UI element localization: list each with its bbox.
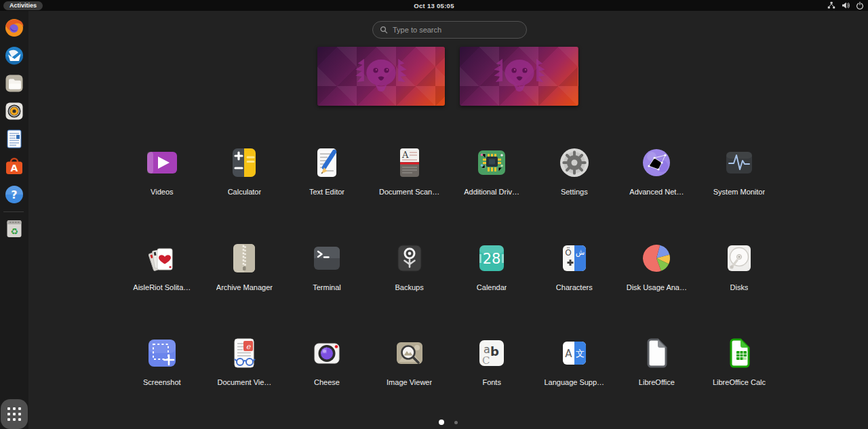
image-viewer-icon	[393, 336, 427, 370]
dock-item-firefox[interactable]	[3, 17, 25, 39]
app-system-monitor[interactable]: System Monitor	[698, 141, 781, 237]
app-screenshot[interactable]: Screenshot	[121, 331, 203, 427]
app-calendar[interactable]: 28Calendar	[450, 237, 533, 332]
calendar-icon: 28	[475, 241, 509, 275]
language-support-icon: A文	[557, 336, 591, 370]
app-fonts[interactable]: abCFonts	[450, 331, 533, 427]
app-terminal[interactable]: Terminal	[285, 237, 368, 332]
activities-button[interactable]: Activities	[3, 1, 43, 10]
app-label: System Monitor	[713, 188, 765, 196]
app-label: LibreOffice Calc	[713, 378, 766, 386]
page-dot-2[interactable]	[454, 421, 458, 424]
svg-text:C: C	[482, 354, 490, 367]
dock-item-files[interactable]	[3, 73, 25, 94]
app-libreoffice-calc[interactable]: LibreOffice Calc	[698, 331, 781, 427]
workspace-thumbnail-1[interactable]	[317, 47, 445, 106]
app-label: Text Editor	[309, 188, 344, 196]
app-label: Document Scan…	[379, 188, 439, 196]
app-label: Settings	[561, 188, 588, 196]
app-document-scan[interactable]: ADocument Scan…	[368, 141, 451, 237]
app-label: AisleRiot Solita…	[133, 283, 191, 291]
power-icon	[856, 1, 864, 9]
svg-text:28: 28	[483, 251, 501, 267]
svg-text:ش: ش	[576, 248, 585, 257]
backups-icon	[393, 241, 427, 275]
app-characters[interactable]: ÖشCharacters	[533, 237, 616, 332]
app-label: Calculator	[228, 188, 262, 196]
app-label: Videos	[151, 188, 173, 196]
app-label: Disks	[730, 283, 749, 291]
app-label: Advanced Net…	[629, 188, 684, 196]
app-text-editor[interactable]: Text Editor	[285, 141, 368, 237]
app-disk-usage-ana[interactable]: Disk Usage Ana…	[616, 237, 698, 332]
dock-item-libreoffice-writer[interactable]	[3, 128, 25, 150]
app-label: Backups	[395, 283, 423, 291]
svg-text:b: b	[490, 344, 499, 359]
search-bar[interactable]	[372, 21, 527, 39]
app-cheese[interactable]: Cheese	[285, 331, 368, 427]
svg-text:A: A	[565, 348, 572, 360]
app-backups[interactable]: Backups	[368, 237, 451, 332]
rhythmbox-icon	[3, 100, 25, 122]
app-language-supp[interactable]: A文Language Supp…	[533, 331, 616, 427]
videos-icon	[145, 146, 179, 180]
firefox-icon	[3, 17, 25, 39]
ubuntu-wallpaper	[317, 47, 445, 106]
fonts-icon: abC	[475, 336, 509, 370]
page-indicator	[439, 420, 458, 425]
dock-item-help[interactable]: ?	[3, 184, 25, 205]
indri-mascot-graphic	[473, 49, 566, 103]
app-disks[interactable]: Disks	[698, 237, 781, 332]
app-videos[interactable]: Videos	[121, 141, 203, 237]
screenshot-icon	[145, 336, 179, 370]
app-label: Cheese	[314, 378, 340, 386]
cheese-icon	[310, 336, 344, 370]
clock[interactable]: Oct 13 05:05	[414, 2, 454, 9]
document-scanner-icon: A	[393, 146, 427, 180]
app-calculator[interactable]: Calculator	[203, 141, 286, 237]
dock-item-thunderbird[interactable]	[3, 45, 25, 66]
app-archive-manager[interactable]: Archive Manager	[203, 237, 286, 332]
app-additional-driv[interactable]: Additional Driv…	[450, 141, 533, 237]
svg-text:A: A	[11, 163, 18, 173]
thunderbird-icon	[3, 45, 25, 66]
activities-overview: VideosCalculatorText EditorADocument Sca…	[28, 11, 868, 429]
network-icon	[827, 1, 835, 9]
app-libreoffice[interactable]: LibreOffice	[616, 331, 698, 427]
archive-manager-icon	[227, 241, 261, 275]
document-viewer-icon: e	[227, 336, 261, 370]
advanced-network-icon	[639, 146, 673, 180]
app-aisleriot-solita[interactable]: AisleRiot Solita…	[121, 237, 203, 332]
page-dot-1[interactable]	[439, 420, 444, 425]
system-status-area[interactable]	[827, 0, 864, 11]
search-icon	[380, 26, 388, 34]
dock: A?♻	[0, 11, 28, 429]
terminal-icon	[310, 241, 344, 275]
dock-item-ubuntu-software[interactable]: A	[3, 156, 25, 178]
app-advanced-net[interactable]: Advanced Net…	[616, 141, 698, 237]
ubuntu-software-icon: A	[3, 156, 25, 178]
app-image-viewer[interactable]: Image Viewer	[368, 331, 451, 427]
workspace-thumbnail-2[interactable]	[460, 47, 578, 106]
dock-item-rhythmbox[interactable]	[3, 100, 25, 122]
app-label: Archive Manager	[216, 283, 273, 291]
dock-item-trash[interactable]: ♻	[3, 218, 25, 239]
app-label: Calendar	[477, 283, 507, 291]
app-settings[interactable]: Settings	[533, 141, 616, 237]
volume-icon	[842, 1, 850, 9]
settings-icon	[557, 146, 591, 180]
app-label: Language Supp…	[544, 378, 604, 386]
libreoffice-calc-icon	[722, 336, 756, 370]
characters-icon: Öش	[557, 241, 591, 275]
app-document-vie[interactable]: eDocument Vie…	[203, 331, 286, 427]
app-label: Image Viewer	[387, 378, 432, 386]
show-applications-button[interactable]	[1, 399, 28, 429]
indri-mascot-graphic	[332, 49, 431, 103]
svg-text:♻: ♻	[10, 226, 18, 237]
application-grid: VideosCalculatorText EditorADocument Sca…	[121, 141, 781, 427]
svg-text:?: ?	[11, 188, 17, 201]
help-icon: ?	[3, 184, 25, 205]
app-label: Terminal	[313, 283, 341, 291]
search-input[interactable]	[393, 26, 519, 34]
app-label: Disk Usage Ana…	[627, 283, 687, 291]
